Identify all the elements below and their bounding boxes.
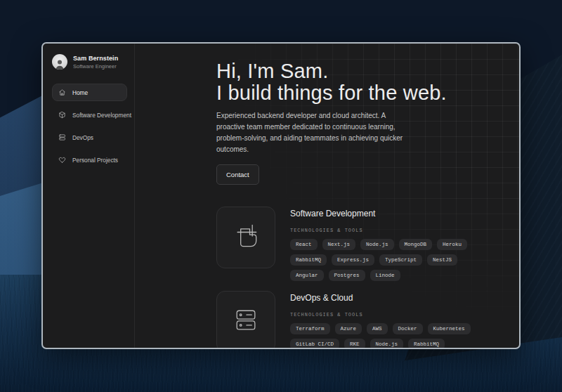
skill-sections: Software Development TECHNOLOGIES & TOOL… <box>216 207 519 349</box>
tech-tag-gitlab-ci-cd: GitLab CI/CD <box>290 339 339 349</box>
tag-row: GitLab CI/CDRKENode.jsRabbitMQ <box>290 339 471 349</box>
profile-text: Sam Bernstein Software Engineer <box>73 55 118 70</box>
section-devops-cloud: DevOps & Cloud TECHNOLOGIES & TOOLS Terr… <box>216 291 519 349</box>
main-content: Hi, I'm Sam. I build things for the web.… <box>135 44 519 348</box>
tech-tag-docker: Docker <box>393 323 423 334</box>
tech-tag-mongodb: MongoDB <box>399 239 433 250</box>
person-photo-icon <box>54 58 65 70</box>
profile-role: Software Engineer <box>73 63 118 70</box>
tech-tag-rke: RKE <box>344 339 365 349</box>
tech-tag-heroku: Heroku <box>437 239 467 250</box>
tech-tag-node-js: Node.js <box>370 339 404 349</box>
sidebar-item-label: Home <box>72 89 88 96</box>
code-blocks-icon <box>230 221 261 254</box>
profile: Sam Bernstein Software Engineer <box>52 54 127 70</box>
section-body: Software Development TECHNOLOGIES & TOOL… <box>290 207 467 281</box>
tech-tag-next-js: Next.js <box>322 239 356 250</box>
tech-tag-react: React <box>290 239 318 250</box>
server-stack-icon <box>230 305 261 339</box>
hero-heading-line2: I build things for the web. <box>216 81 447 104</box>
section-icon-card <box>216 207 275 268</box>
tech-tag-node-js: Node.js <box>360 239 394 250</box>
hero-description: Experienced backend developer and cloud … <box>216 110 409 155</box>
tag-row: RabbitMQExpress.jsTypeScriptNestJS <box>290 254 467 266</box>
section-software-development: Software Development TECHNOLOGIES & TOOL… <box>216 207 519 281</box>
tech-tag-typescript: TypeScript <box>379 254 422 266</box>
tag-rows: ReactNext.jsNode.jsMongoDBHerokuRabbitMQ… <box>290 239 467 281</box>
tag-row: AngularPostgresLinode <box>290 270 467 281</box>
sidebar-item-label: Software Development <box>72 112 131 119</box>
section-title: Software Development <box>290 209 467 218</box>
tech-tag-angular: Angular <box>290 270 324 281</box>
hero-heading: Hi, I'm Sam. I build things for the web. <box>216 60 519 104</box>
tag-row: ReactNext.jsNode.jsMongoDBHeroku <box>290 239 467 250</box>
avatar <box>52 54 67 70</box>
contact-button[interactable]: Contact <box>216 164 259 185</box>
heart-icon <box>58 156 66 164</box>
section-body: DevOps & Cloud TECHNOLOGIES & TOOLS Terr… <box>290 291 471 349</box>
home-icon <box>58 89 66 96</box>
tech-tag-rabbitmq: RabbitMQ <box>408 339 445 349</box>
portfolio-window: Sam Bernstein Software Engineer Home Sof… <box>41 42 521 349</box>
tech-tag-express-js: Express.js <box>332 254 374 266</box>
sidebar-nav: Home Software Development DevOps Persona… <box>52 84 127 169</box>
tech-tag-azure: Azure <box>335 323 362 334</box>
sidebar-item-label: Personal Projects <box>72 157 118 164</box>
tech-tag-rabbitmq: RabbitMQ <box>290 254 327 266</box>
tools-label: TECHNOLOGIES & TOOLS <box>290 312 471 318</box>
package-icon <box>58 111 66 119</box>
tools-label: TECHNOLOGIES & TOOLS <box>290 228 467 233</box>
tech-tag-linode: Linode <box>370 270 400 281</box>
sidebar: Sam Bernstein Software Engineer Home Sof… <box>43 44 135 348</box>
sidebar-item-personal-projects[interactable]: Personal Projects <box>52 151 127 169</box>
sidebar-item-devops[interactable]: DevOps <box>52 129 127 146</box>
sidebar-item-home[interactable]: Home <box>52 84 127 101</box>
tag-rows: TerraformAzureAWSDockerKubernetesGitLab … <box>290 323 471 349</box>
hero-heading-line1: Hi, I'm Sam. <box>216 60 328 82</box>
tech-tag-postgres: Postgres <box>329 270 365 281</box>
section-icon-card <box>216 291 275 349</box>
tech-tag-terraform: Terraform <box>290 323 330 334</box>
sidebar-item-software-development[interactable]: Software Development <box>52 106 127 124</box>
tech-tag-kubernetes: Kubernetes <box>428 323 471 334</box>
tech-tag-nestjs: NestJS <box>427 254 457 266</box>
section-title: DevOps & Cloud <box>290 293 471 303</box>
profile-name: Sam Bernstein <box>73 55 118 62</box>
tag-row: TerraformAzureAWSDockerKubernetes <box>290 323 471 334</box>
server-icon <box>58 133 66 141</box>
sidebar-item-label: DevOps <box>72 134 93 141</box>
tech-tag-aws: AWS <box>367 323 388 334</box>
